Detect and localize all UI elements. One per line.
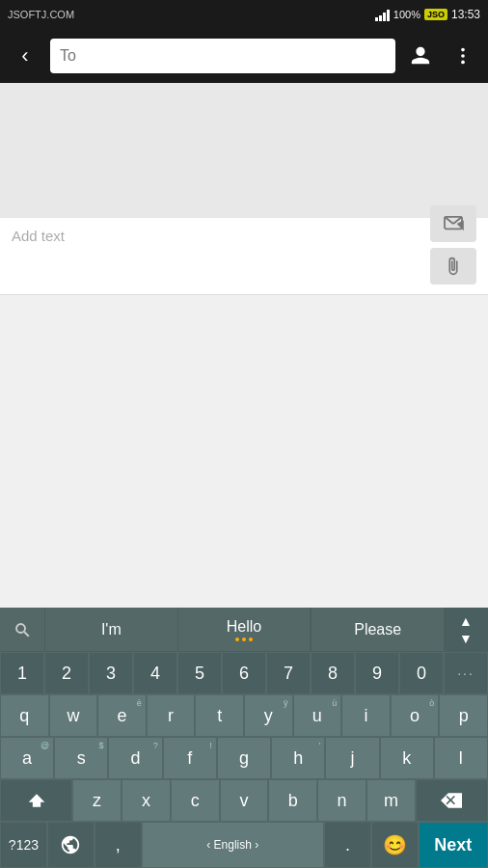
key-d[interactable]: ?d [108, 737, 162, 779]
space-key[interactable]: ‹ English › [142, 822, 324, 868]
key-6[interactable]: 6 [222, 652, 266, 694]
backspace-key[interactable] [416, 779, 488, 822]
key-t[interactable]: t [195, 694, 244, 737]
sym-key[interactable]: ?123 [0, 822, 47, 868]
key-2[interactable]: 2 [44, 652, 89, 694]
suggestion-please[interactable]: Please [311, 608, 444, 652]
key-i[interactable]: i [341, 694, 391, 737]
attach-icon [444, 256, 463, 277]
key-9[interactable]: 9 [355, 652, 399, 694]
key-e[interactable]: èe [97, 694, 147, 737]
key-ellipsis[interactable]: ··· [444, 652, 488, 694]
svg-point-7 [16, 624, 25, 633]
send-button[interactable] [430, 205, 476, 242]
svg-point-2 [461, 61, 465, 65]
status-right: 100% JSO 13:53 [375, 8, 480, 21]
header: ‹ [0, 29, 488, 83]
signal-icon [375, 8, 390, 21]
emoji-key[interactable]: 😊 [371, 822, 419, 868]
key-z[interactable]: z [72, 779, 122, 822]
shift-icon [27, 791, 46, 810]
key-0[interactable]: 0 [399, 652, 444, 694]
key-7[interactable]: 7 [266, 652, 311, 694]
key-v[interactable]: v [220, 779, 269, 822]
jso-badge: JSO [424, 9, 447, 20]
to-input[interactable] [50, 39, 395, 73]
lang-switch-key[interactable] [47, 822, 95, 868]
key-k[interactable]: k [380, 737, 434, 779]
bottom-row: ?123 , ‹ English › . 😊 Next [0, 822, 488, 868]
key-1[interactable]: 1 [0, 652, 44, 694]
keyboard: I'm Hello Please ▲ ▼ 1 2 3 4 5 6 7 8 9 0… [0, 608, 488, 868]
key-w[interactable]: w [49, 694, 98, 737]
comma-key[interactable]: , [95, 822, 142, 868]
suggestions-row: I'm Hello Please ▲ ▼ [0, 608, 488, 652]
key-8[interactable]: 8 [311, 652, 355, 694]
asdf-row: @a $s ?d !f g 'h j k l [0, 737, 488, 779]
more-icon [452, 45, 474, 67]
text-input-area[interactable]: Add text 0/160 [0, 218, 488, 295]
contact-icon [410, 45, 431, 67]
search-icon [14, 621, 31, 638]
key-4[interactable]: 4 [133, 652, 177, 694]
key-b[interactable]: b [268, 779, 317, 822]
key-n[interactable]: n [317, 779, 366, 822]
suggestion-im[interactable]: I'm [44, 608, 177, 652]
contact-button[interactable] [403, 39, 438, 73]
shift-key[interactable] [0, 779, 72, 822]
status-bar: JSOFTJ.COM 100% JSO 13:53 [0, 0, 488, 29]
key-o[interactable]: òo [391, 694, 440, 737]
key-c[interactable]: c [171, 779, 220, 822]
suggestion-hello[interactable]: Hello [177, 608, 312, 652]
svg-point-0 [461, 48, 465, 52]
key-h[interactable]: 'h [271, 737, 325, 779]
key-s[interactable]: $s [54, 737, 108, 779]
key-y[interactable]: ÿy [244, 694, 293, 737]
time-display: 13:53 [451, 8, 480, 21]
key-j[interactable]: j [325, 737, 379, 779]
more-button[interactable] [446, 39, 480, 73]
qwerty-row: q w èe r t ÿy ùu i òo p [0, 694, 488, 737]
key-3[interactable]: 3 [89, 652, 133, 694]
app-name: JSOFTJ.COM [8, 9, 74, 20]
attach-button[interactable] [430, 248, 476, 285]
add-text-placeholder: Add text [12, 228, 65, 244]
key-m[interactable]: m [366, 779, 416, 822]
back-button[interactable]: ‹ [8, 39, 42, 73]
next-key[interactable]: Next [419, 822, 488, 868]
key-g[interactable]: g [217, 737, 271, 779]
message-area [0, 83, 488, 218]
suggestion-dots [235, 637, 253, 641]
battery-percent: 100% [393, 9, 420, 20]
key-u[interactable]: ùu [293, 694, 342, 737]
suggestion-search-icon[interactable] [0, 608, 44, 652]
suggestion-scroll-arrows[interactable]: ▲ ▼ [444, 608, 488, 652]
svg-line-4 [445, 217, 453, 224]
svg-point-1 [461, 54, 465, 58]
key-x[interactable]: x [122, 779, 171, 822]
action-buttons [430, 205, 476, 285]
zxcv-row: z x c v b n m [0, 779, 488, 822]
key-f[interactable]: !f [163, 737, 217, 779]
key-q[interactable]: q [0, 694, 49, 737]
lang-switch-icon [60, 834, 81, 855]
key-5[interactable]: 5 [177, 652, 222, 694]
key-a[interactable]: @a [0, 737, 54, 779]
key-r[interactable]: r [147, 694, 196, 737]
key-l[interactable]: l [434, 737, 488, 779]
backspace-icon [441, 793, 462, 808]
send-icon [443, 215, 464, 232]
period-key[interactable]: . [324, 822, 371, 868]
number-row: 1 2 3 4 5 6 7 8 9 0 ··· [0, 652, 488, 694]
key-p[interactable]: p [439, 694, 488, 737]
svg-line-8 [24, 632, 29, 637]
